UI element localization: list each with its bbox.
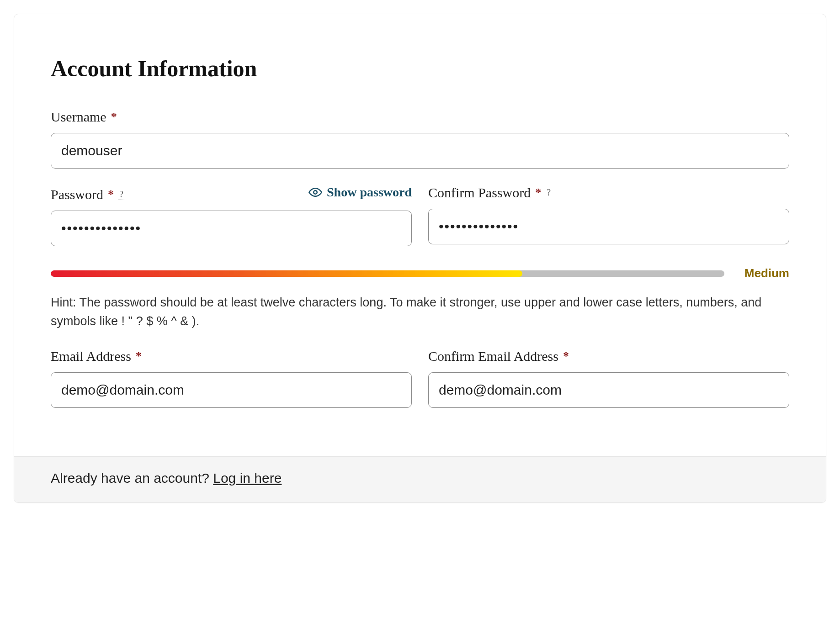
help-icon[interactable]: ? (546, 187, 552, 198)
password-label: Password (51, 187, 103, 202)
required-marker: * (535, 186, 541, 200)
required-marker: * (108, 188, 114, 201)
required-marker: * (136, 349, 142, 363)
confirm-email-label: Confirm Email Address (428, 348, 558, 364)
email-input[interactable] (51, 372, 412, 408)
footer: Already have an account? Log in here (14, 456, 826, 502)
confirm-password-label: Confirm Password (428, 185, 531, 201)
account-info-card: Account Information Username * Password (14, 14, 826, 503)
email-label: Email Address (51, 348, 131, 364)
field-email: Email Address * (51, 348, 412, 408)
field-confirm-password: Confirm Password * ? (428, 185, 789, 246)
required-marker: * (563, 349, 569, 363)
eye-icon (308, 185, 322, 199)
show-password-toggle[interactable]: Show password (308, 185, 412, 200)
field-password: Password * ? Show password (51, 185, 412, 246)
password-input[interactable] (51, 211, 412, 246)
strength-label: Medium (739, 266, 789, 280)
password-strength-meter: Medium (51, 266, 789, 280)
username-label: Username (51, 109, 106, 125)
field-confirm-email: Confirm Email Address * (428, 348, 789, 408)
help-icon[interactable]: ? (118, 189, 124, 200)
svg-point-0 (314, 190, 317, 194)
password-hint: Hint: The password should be at least tw… (51, 293, 789, 330)
section-title: Account Information (51, 55, 789, 82)
show-password-label: Show password (327, 185, 412, 200)
strength-fill (51, 270, 522, 277)
footer-prompt: Already have an account? (51, 470, 213, 486)
confirm-password-input[interactable] (428, 209, 789, 244)
login-link[interactable]: Log in here (213, 470, 282, 486)
field-username: Username * (51, 109, 789, 169)
required-marker: * (111, 110, 117, 124)
username-input[interactable] (51, 133, 789, 169)
confirm-email-input[interactable] (428, 372, 789, 408)
strength-bar (51, 270, 724, 277)
